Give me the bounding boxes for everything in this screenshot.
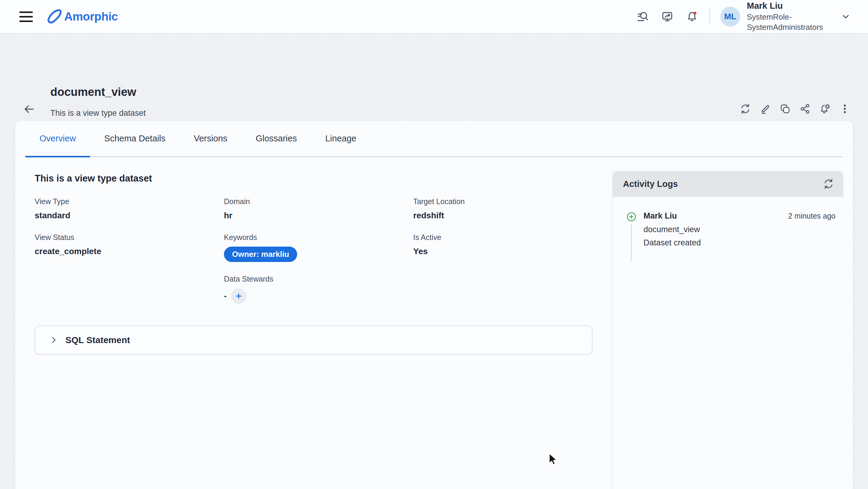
log-user: Mark Liu <box>644 211 677 221</box>
dataset-detail-card: Overview Schema Details Versions Glossar… <box>15 121 853 489</box>
header-actions <box>740 103 850 115</box>
amorphic-logo-icon <box>46 8 63 25</box>
page-title: document_view <box>50 86 136 99</box>
notification-settings-icon[interactable] <box>819 103 831 115</box>
chevron-right-icon <box>49 336 58 344</box>
logo-text: Amorphic <box>64 10 118 23</box>
log-dataset: document_view <box>644 225 835 234</box>
edit-pencil-icon[interactable] <box>760 103 771 115</box>
field-keywords: Keywords Owner: markliu <box>224 233 413 262</box>
activity-logs-title: Activity Logs <box>623 179 678 189</box>
share-icon[interactable] <box>799 103 811 115</box>
back-arrow-icon[interactable] <box>23 103 35 115</box>
field-is-active: Is Active Yes <box>413 233 602 262</box>
overview-heading: This is a view type dataset <box>35 173 607 184</box>
more-kebab-icon[interactable] <box>839 103 850 115</box>
navbar-right: ML Mark Liu SystemRole-SystemAdministrat… <box>624 1 851 33</box>
sql-statement-accordion[interactable]: SQL Statement <box>35 326 592 355</box>
timeline-rail <box>631 224 632 262</box>
data-stewards-value: - <box>224 291 227 301</box>
keyword-pill[interactable]: Owner: markliu <box>224 247 297 262</box>
copy-clone-icon[interactable] <box>779 103 791 115</box>
sql-statement-label: SQL Statement <box>65 335 130 345</box>
global-search-icon[interactable] <box>637 10 649 23</box>
monitoring-dashboard-icon[interactable] <box>661 10 673 23</box>
field-view-status: View Status create_complete <box>35 233 224 262</box>
overview-content: This is a view type dataset View Type st… <box>35 158 607 355</box>
menu-hamburger-icon[interactable] <box>19 11 33 22</box>
page-description: This is a view type dataset <box>50 109 146 118</box>
tab-overview[interactable]: Overview <box>25 121 90 157</box>
top-navbar: Amorphic ML <box>0 0 868 34</box>
tab-versions[interactable]: Versions <box>180 121 241 157</box>
tabbar: Overview Schema Details Versions Glossar… <box>25 121 843 157</box>
tab-glossaries[interactable]: Glossaries <box>241 121 311 157</box>
navbar-divider <box>710 8 710 25</box>
refresh-icon[interactable] <box>740 103 751 115</box>
activity-refresh-icon[interactable] <box>823 178 834 190</box>
page-header: document_view This is a view type datase… <box>0 34 868 121</box>
mouse-cursor <box>548 453 558 466</box>
activity-logs-body: Mark Liu 2 minutes ago document_view Dat… <box>613 197 843 247</box>
log-time: 2 minutes ago <box>788 212 835 220</box>
user-name: Mark Liu <box>747 1 831 11</box>
field-data-stewards: Data Stewards - <box>224 275 413 304</box>
field-view-type: View Type standard <box>35 197 224 220</box>
tab-schema-details[interactable]: Schema Details <box>90 121 180 157</box>
add-data-steward-button[interactable] <box>231 288 247 304</box>
user-info[interactable]: Mark Liu SystemRole-SystemAdministrators <box>747 1 831 33</box>
activity-log-item: Mark Liu 2 minutes ago document_view Dat… <box>626 211 835 247</box>
field-target-location: Target Location redshift <box>413 197 602 220</box>
user-role: SystemRole-SystemAdministrators <box>747 12 831 33</box>
field-grid: View Type standard Domain hr Target Loca… <box>35 197 607 304</box>
user-menu-chevron-down-icon[interactable] <box>840 11 851 22</box>
activity-logs-panel: Activity Logs <box>612 171 843 489</box>
field-domain: Domain hr <box>224 197 413 220</box>
notification-dot <box>693 12 696 15</box>
notifications-bell-icon[interactable] <box>686 10 698 23</box>
tab-lineage[interactable]: Lineage <box>311 121 370 157</box>
amorphic-logo[interactable]: Amorphic <box>46 8 118 25</box>
activity-logs-header: Activity Logs <box>613 171 843 197</box>
log-action: Dataset created <box>644 238 835 247</box>
user-avatar[interactable]: ML <box>720 7 740 27</box>
